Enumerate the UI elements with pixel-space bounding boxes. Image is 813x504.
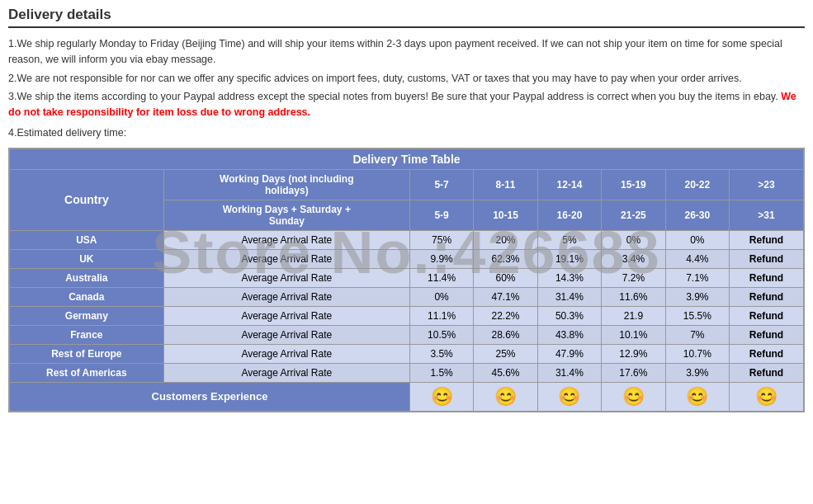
col-15-19: 15-19 xyxy=(602,169,665,200)
data-c3: 43.8% xyxy=(537,325,601,344)
data-c6: Refund xyxy=(730,230,804,249)
data-c4: 3.4% xyxy=(602,249,665,268)
col-10-15: 10-15 xyxy=(474,200,537,230)
data-c1: 11.1% xyxy=(409,306,473,325)
arrival-rate-label: Average Arrival Rate xyxy=(163,363,409,382)
data-c2: 28.6% xyxy=(474,325,537,344)
data-c3: 47.9% xyxy=(537,344,601,363)
arrival-rate-label: Average Arrival Rate xyxy=(163,325,409,344)
country-cell: Rest of Americas xyxy=(10,363,164,382)
table-row: France Average Arrival Rate 10.5% 28.6% … xyxy=(10,325,804,344)
emoji-4: 😊 xyxy=(602,382,665,411)
info-line1: 1.We ship regularly Monday to Friday (Be… xyxy=(8,36,805,68)
data-c2: 62.3% xyxy=(474,249,537,268)
data-c4: 10.1% xyxy=(602,325,665,344)
table-row: Rest of Americas Average Arrival Rate 1.… xyxy=(10,363,804,382)
col-12-14: 12-14 xyxy=(537,169,601,200)
data-c5: 0% xyxy=(665,230,729,249)
country-header: Country xyxy=(10,169,164,230)
data-c1: 0% xyxy=(409,287,473,306)
col-5-9: 5-9 xyxy=(409,200,473,230)
delivery-table: Delivery Time Table Country Working Days… xyxy=(9,148,804,412)
emoji-1: 😊 xyxy=(409,382,473,411)
data-c5: 3.9% xyxy=(665,363,729,382)
delivery-table-wrap: Delivery Time Table Country Working Days… xyxy=(8,148,805,412)
data-c3: 5% xyxy=(537,230,601,249)
arrival-rate-label: Average Arrival Rate xyxy=(163,230,409,249)
info-line3: 3.We ship the items according to your Pa… xyxy=(8,89,805,120)
customers-label: Customers Experience xyxy=(10,382,410,411)
data-c1: 75% xyxy=(409,230,473,249)
table-title-row: Delivery Time Table xyxy=(10,148,804,169)
emoji-3: 😊 xyxy=(537,382,601,411)
emoji-5: 😊 xyxy=(665,382,729,411)
country-cell: Australia xyxy=(10,268,164,287)
data-c5: 15.5% xyxy=(665,306,729,325)
data-c6: Refund xyxy=(730,325,804,344)
data-c3: 19.1% xyxy=(537,249,601,268)
col-26-30: 26-30 xyxy=(665,200,729,230)
main-container: Delivery details 1.We ship regularly Mon… xyxy=(0,0,813,419)
working-days-sat-sun-header: Working Days + Saturday +Sunday xyxy=(163,200,409,230)
data-c2: 60% xyxy=(474,268,537,287)
emoji-6: 😊 xyxy=(730,382,804,411)
data-c2: 22.2% xyxy=(474,306,537,325)
country-cell: Rest of Europe xyxy=(10,344,164,363)
data-c5: 10.7% xyxy=(665,344,729,363)
data-c4: 7.2% xyxy=(602,268,665,287)
data-c5: 7% xyxy=(665,325,729,344)
col-gt31: >31 xyxy=(730,200,804,230)
data-c1: 10.5% xyxy=(409,325,473,344)
info-line4: 4.Estimated delivery time: xyxy=(8,125,805,141)
data-c3: 50.3% xyxy=(537,306,601,325)
data-c3: 31.4% xyxy=(537,287,601,306)
arrival-rate-label: Average Arrival Rate xyxy=(163,268,409,287)
arrival-rate-label: Average Arrival Rate xyxy=(163,344,409,363)
data-c3: 14.3% xyxy=(537,268,601,287)
data-c4: 12.9% xyxy=(602,344,665,363)
data-c6: Refund xyxy=(730,306,804,325)
info-line3-before: 3.We ship the items according to your Pa… xyxy=(8,91,781,102)
col-gt23: >23 xyxy=(730,169,804,200)
table-row: Australia Average Arrival Rate 11.4% 60%… xyxy=(10,268,804,287)
country-cell: Germany xyxy=(10,306,164,325)
data-c4: 21.9 xyxy=(602,306,665,325)
table-row: USA Average Arrival Rate 75% 20% 5% 0% 0… xyxy=(10,230,804,249)
data-c1: 3.5% xyxy=(409,344,473,363)
country-cell: Canada xyxy=(10,287,164,306)
country-cell: USA xyxy=(10,230,164,249)
col-8-11: 8-11 xyxy=(474,169,537,200)
data-c4: 11.6% xyxy=(602,287,665,306)
table-row: Canada Average Arrival Rate 0% 47.1% 31.… xyxy=(10,287,804,306)
data-c6: Refund xyxy=(730,268,804,287)
page-title: Delivery details xyxy=(8,7,805,28)
arrival-rate-label: Average Arrival Rate xyxy=(163,287,409,306)
table-subheader-row1: Country Working Days (not includingholid… xyxy=(10,169,804,200)
customers-experience-row: Customers Experience 😊 😊 😊 😊 😊 😊 xyxy=(10,382,804,411)
info-line2: 2.We are not responsible for nor can we … xyxy=(8,71,805,87)
emoji-2: 😊 xyxy=(474,382,537,411)
table-row: Rest of Europe Average Arrival Rate 3.5%… xyxy=(10,344,804,363)
col-16-20: 16-20 xyxy=(537,200,601,230)
data-c4: 0% xyxy=(602,230,665,249)
data-c2: 20% xyxy=(474,230,537,249)
data-c5: 7.1% xyxy=(665,268,729,287)
data-c1: 11.4% xyxy=(409,268,473,287)
col-20-22: 20-22 xyxy=(665,169,729,200)
table-main-header: Delivery Time Table xyxy=(10,148,804,169)
country-cell: France xyxy=(10,325,164,344)
working-days-header: Working Days (not includingholidays) xyxy=(163,169,409,200)
data-c2: 25% xyxy=(474,344,537,363)
data-c6: Refund xyxy=(730,287,804,306)
data-c2: 47.1% xyxy=(474,287,537,306)
col-5-7: 5-7 xyxy=(409,169,473,200)
arrival-rate-label: Average Arrival Rate xyxy=(163,249,409,268)
arrival-rate-label: Average Arrival Rate xyxy=(163,306,409,325)
data-c1: 1.5% xyxy=(409,363,473,382)
data-c5: 4.4% xyxy=(665,249,729,268)
table-row: UK Average Arrival Rate 9.9% 62.3% 19.1%… xyxy=(10,249,804,268)
data-c3: 31.4% xyxy=(537,363,601,382)
data-c4: 17.6% xyxy=(602,363,665,382)
country-cell: UK xyxy=(10,249,164,268)
data-c2: 45.6% xyxy=(474,363,537,382)
